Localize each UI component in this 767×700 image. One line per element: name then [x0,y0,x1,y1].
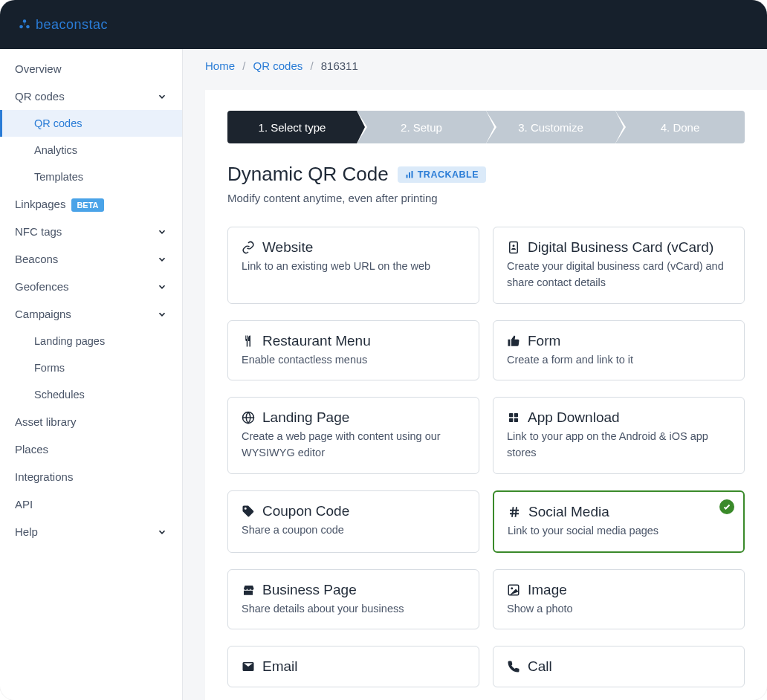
logo-icon [18,18,31,31]
card-business-page[interactable]: Business Page Share details about your b… [227,569,479,630]
chevron-up-icon [157,309,167,320]
card-email[interactable]: Email [227,646,479,687]
nav-linkpages[interactable]: LinkpagesBETA [0,190,182,218]
breadcrumb: Home / QR codes / 816311 [183,49,767,82]
card-image[interactable]: Image Show a photo [493,569,745,630]
svg-rect-11 [509,418,513,422]
step-customize[interactable]: 3. Customize [486,111,615,143]
check-badge [719,499,734,514]
svg-rect-10 [514,413,518,417]
svg-point-14 [511,587,513,589]
nav-qr-codes[interactable]: QR codes [0,82,182,110]
svg-rect-9 [509,413,513,417]
card-website[interactable]: Website Link to an existing web URL on t… [227,227,479,304]
svg-point-0 [23,19,27,23]
svg-rect-4 [409,172,410,178]
trackable-badge: TRACKABLE [398,166,486,183]
breadcrumb-id: 816311 [321,59,358,72]
utensils-icon [242,334,255,348]
nav-overview[interactable]: Overview [0,55,182,82]
link-icon [242,241,255,254]
breadcrumb-qr[interactable]: QR codes [253,59,303,72]
nav-places[interactable]: Places [0,435,182,463]
card-app-download[interactable]: App Download Link to your app on the And… [493,397,745,474]
panel: 1. Select type 2. Setup 3. Customize 4. … [205,90,767,700]
nav-qr-codes-sub[interactable]: QR codes [0,110,182,137]
svg-rect-12 [514,418,518,422]
sidebar: Overview QR codes QR codes Analytics Tem… [0,49,183,700]
nav-geofences[interactable]: Geofences [0,273,182,300]
chevron-up-icon [157,91,167,102]
nav-nfc-tags[interactable]: NFC tags [0,218,182,245]
card-vcard[interactable]: Digital Business Card (vCard) Create you… [493,227,745,304]
chevron-down-icon [157,527,167,537]
breadcrumb-home[interactable]: Home [205,59,235,72]
chevron-down-icon [157,254,167,265]
top-bar: beaconstac [0,0,767,49]
card-form[interactable]: Form Create a form and link to it [493,320,745,381]
svg-rect-5 [411,171,412,178]
hash-icon [508,505,521,519]
card-coupon-code[interactable]: Coupon Code Share a coupon code [227,490,479,553]
beta-badge: BETA [71,198,103,212]
chevron-down-icon [157,227,167,237]
globe-icon [242,411,255,424]
brand-logo[interactable]: beaconstac [18,17,108,33]
chart-icon [405,170,414,179]
nav-templates[interactable]: Templates [0,163,182,190]
nav-help[interactable]: Help [0,518,182,545]
nav-beacons[interactable]: Beacons [0,245,182,273]
nav-asset-library[interactable]: Asset library [0,408,182,435]
nav-campaigns[interactable]: Campaigns [0,300,182,328]
card-restaurant-menu[interactable]: Restaurant Menu Enable contactless menus [227,320,479,381]
nav-schedules[interactable]: Schedules [0,381,182,408]
card-landing-page[interactable]: Landing Page Create a web page with cont… [227,397,479,474]
page-title: Dynamic QR Code TRACKABLE [227,163,745,186]
app-icon [507,411,520,424]
app-window: beaconstac Overview QR codes QR codes An… [0,0,767,700]
step-setup[interactable]: 2. Setup [357,111,486,143]
stepper: 1. Select type 2. Setup 3. Customize 4. … [227,111,745,143]
type-grid: Website Link to an existing web URL on t… [227,227,745,687]
page-subtitle: Modify content anytime, even after print… [227,192,745,204]
phone-icon [507,660,520,673]
step-done[interactable]: 4. Done [615,111,745,143]
svg-point-7 [513,244,515,247]
brand-text: beaconstac [36,17,108,33]
store-icon [242,583,255,597]
id-card-icon [507,241,520,254]
check-icon [722,502,731,511]
tag-icon [242,505,255,518]
thumbs-up-icon [507,334,520,348]
nav-api[interactable]: API [0,490,182,518]
image-icon [507,583,520,597]
svg-rect-3 [406,175,407,178]
chevron-down-icon [157,282,167,292]
nav-landing-pages[interactable]: Landing pages [0,328,182,354]
svg-rect-6 [510,242,518,253]
envelope-icon [242,660,255,673]
main-content: Home / QR codes / 816311 1. Select type … [183,49,767,700]
nav-analytics[interactable]: Analytics [0,137,182,163]
card-social-media[interactable]: Social Media Link to your social media p… [493,490,745,553]
step-select-type[interactable]: 1. Select type [227,111,357,143]
nav-forms[interactable]: Forms [0,354,182,381]
nav-integrations[interactable]: Integrations [0,463,182,490]
card-call[interactable]: Call [493,646,745,687]
